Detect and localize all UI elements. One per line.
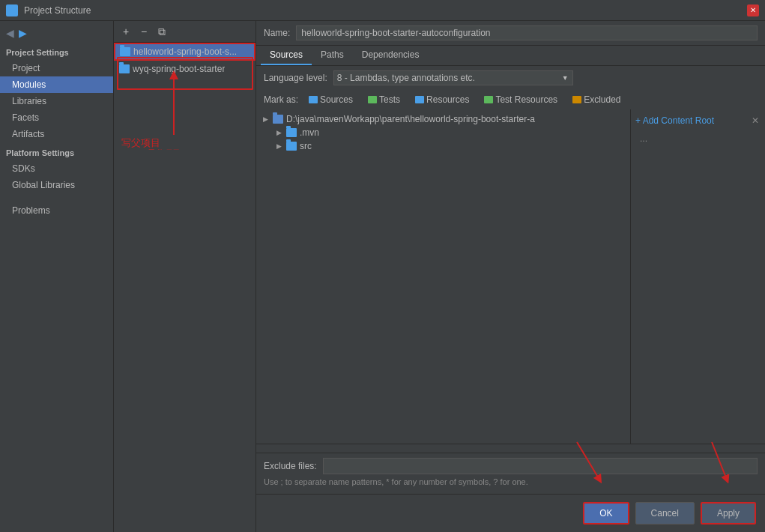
excluded-mark-icon bbox=[572, 96, 581, 103]
right-panel: Name: Sources Paths Dependencies Languag… bbox=[256, 21, 765, 532]
close-window-button[interactable]: ✕ bbox=[747, 4, 759, 16]
exclude-area: Exclude files: Use ; to separate name pa… bbox=[256, 453, 765, 494]
name-input[interactable] bbox=[296, 25, 758, 40]
lang-level-label: Language level: bbox=[264, 73, 327, 83]
module-item-wyq[interactable]: wyq-spring-boot-starter bbox=[114, 61, 255, 77]
mark-as-row: Mark as: Sources Tests Resources Test Re… bbox=[256, 90, 765, 109]
resources-mark-icon bbox=[415, 96, 424, 103]
bottom-buttons: OK Cancel Apply bbox=[256, 494, 765, 532]
tabs-row: Sources Paths Dependencies bbox=[256, 46, 765, 66]
ok-button[interactable]: OK bbox=[583, 502, 629, 525]
src-folder-name: src bbox=[300, 141, 312, 151]
sidebar: ◀ ▶ Project Settings Project Modules Lib… bbox=[0, 21, 114, 532]
tree-toggle-src[interactable]: ▶ bbox=[274, 142, 283, 151]
forward-arrow[interactable]: ▶ bbox=[19, 27, 27, 39]
content-area: ▶ D:\java\mavenWorkapp\parent\helloworld… bbox=[256, 109, 765, 444]
module-name: helloworld-spring-boot-s... bbox=[133, 46, 237, 57]
window-title: Project Structure bbox=[24, 5, 91, 16]
lang-level-row: Language level: 3 - Enumerations, static… bbox=[256, 66, 765, 90]
folder-icon bbox=[120, 47, 130, 56]
name-row: Name: bbox=[256, 21, 765, 46]
nav-arrows: ◀ ▶ bbox=[0, 24, 113, 45]
sidebar-item-artifacts[interactable]: Artifacts bbox=[0, 126, 113, 142]
tree-item-mvn[interactable]: ▶ .mvn bbox=[256, 126, 630, 139]
tree-toggle-mvn[interactable]: ▶ bbox=[274, 128, 283, 137]
copy-module-button[interactable]: ⧉ bbox=[154, 24, 169, 39]
project-settings-label: Project Settings bbox=[0, 45, 113, 60]
lang-level-select-wrapper: 3 - Enumerations, static imports 5 - Gen… bbox=[333, 70, 573, 85]
root-path-text: D:\java\mavenWorkapp\parent\helloworld-s… bbox=[286, 114, 535, 124]
sidebar-item-modules[interactable]: Modules bbox=[0, 76, 113, 93]
name-label: Name: bbox=[264, 28, 290, 38]
mark-tests-button[interactable]: Tests bbox=[363, 93, 405, 106]
test-resources-mark-icon bbox=[484, 96, 493, 103]
mvn-folder-name: .mvn bbox=[300, 127, 319, 138]
tests-mark-icon bbox=[368, 96, 377, 103]
tree-toggle-root[interactable]: ▶ bbox=[261, 115, 270, 124]
tab-dependencies[interactable]: Dependencies bbox=[353, 46, 429, 65]
lang-level-select[interactable]: 3 - Enumerations, static imports 5 - Gen… bbox=[333, 70, 573, 85]
back-arrow[interactable]: ◀ bbox=[6, 27, 14, 39]
mark-resources-button[interactable]: Resources bbox=[411, 93, 474, 106]
mark-test-resources-button[interactable]: Test Resources bbox=[480, 93, 562, 106]
module-toolbar: + − ⧉ bbox=[114, 21, 255, 43]
sidebar-item-facets[interactable]: Facets bbox=[0, 109, 113, 126]
exclude-hint: Use ; to separate name patterns, * for a… bbox=[264, 477, 758, 489]
sidebar-item-global-libraries[interactable]: Global Libraries bbox=[0, 177, 113, 193]
tree-panel: ▶ D:\java\mavenWorkapp\parent\helloworld… bbox=[256, 109, 630, 444]
add-module-button[interactable]: + bbox=[118, 24, 133, 39]
root-folder-icon bbox=[273, 115, 283, 124]
add-root-panel: + Add Content Root ✕ ... bbox=[630, 109, 765, 444]
tab-paths[interactable]: Paths bbox=[312, 46, 353, 65]
module-item-helloworld[interactable]: helloworld-spring-boot-s... bbox=[114, 43, 255, 61]
sources-mark-icon bbox=[309, 96, 318, 103]
sidebar-item-libraries[interactable]: Libraries bbox=[0, 93, 113, 109]
file-tree: ▶ D:\java\mavenWorkapp\parent\helloworld… bbox=[256, 109, 630, 444]
cancel-button[interactable]: Cancel bbox=[635, 502, 695, 525]
close-root-panel-button[interactable]: ✕ bbox=[750, 115, 761, 126]
apply-button[interactable]: Apply bbox=[701, 502, 756, 525]
remove-module-button[interactable]: − bbox=[136, 24, 151, 39]
app-icon bbox=[6, 4, 18, 16]
exclude-row: Exclude files: bbox=[264, 458, 758, 474]
add-content-root-button[interactable]: + Add Content Root bbox=[635, 114, 714, 127]
platform-settings-label: Platform Settings bbox=[0, 142, 113, 160]
tree-item-src[interactable]: ▶ src bbox=[256, 139, 630, 153]
mark-as-label: Mark as: bbox=[264, 94, 298, 105]
module-panel: + − ⧉ helloworld-spring-boot-s... wyq-sp… bbox=[114, 21, 256, 532]
title-bar: Project Structure ✕ bbox=[0, 0, 765, 21]
horizontal-scrollbar[interactable] bbox=[256, 444, 765, 453]
exclude-input[interactable] bbox=[323, 458, 758, 474]
tree-item-root[interactable]: ▶ D:\java\mavenWorkapp\parent\helloworld… bbox=[256, 112, 630, 126]
sources-content: Language level: 3 - Enumerations, static… bbox=[256, 66, 765, 494]
exclude-label: Exclude files: bbox=[264, 461, 317, 471]
mark-sources-button[interactable]: Sources bbox=[304, 93, 357, 106]
mark-excluded-button[interactable]: Excluded bbox=[568, 93, 625, 106]
module-name-2: wyq-spring-boot-starter bbox=[133, 64, 225, 74]
main-layout: ◀ ▶ Project Settings Project Modules Lib… bbox=[0, 21, 765, 532]
dots-text: ... bbox=[635, 130, 761, 147]
folder-icon-2 bbox=[119, 64, 130, 73]
tab-sources[interactable]: Sources bbox=[261, 46, 312, 65]
src-folder-icon bbox=[286, 142, 297, 151]
mvn-folder-icon bbox=[286, 128, 297, 137]
sidebar-item-project[interactable]: Project bbox=[0, 60, 113, 76]
sidebar-item-sdks[interactable]: SDKs bbox=[0, 160, 113, 177]
module-list: helloworld-spring-boot-s... wyq-spring-b… bbox=[114, 43, 255, 532]
sidebar-item-problems[interactable]: Problems bbox=[0, 193, 113, 219]
